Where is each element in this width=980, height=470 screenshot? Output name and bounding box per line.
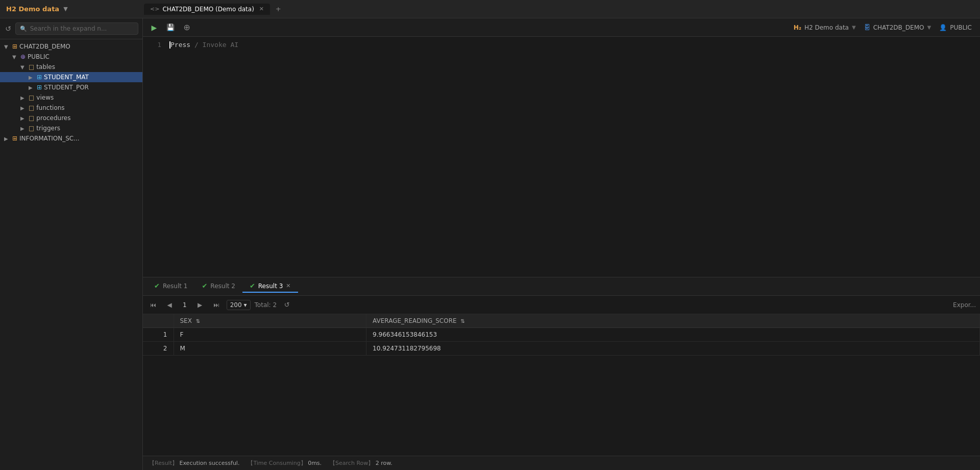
top-toolbar-row: ▶ 💾 ⊕ H₂ H2 Demo data ▼ 🗄 CHAT2DB_DEMO xyxy=(143,18,980,37)
tree-label-student-por: STUDENT_POR xyxy=(44,84,89,91)
tab-bar: <> CHAT2DB_DEMO (Demo data) ✕ + xyxy=(144,3,974,15)
column-header-avg-reading[interactable]: AVERAGE_READING_SCORE ⇅ xyxy=(366,314,980,328)
tab-result-1[interactable]: ✔ Result 1 xyxy=(147,280,194,293)
cell-rownum-2: 2 xyxy=(143,342,174,356)
sidebar-refresh-button[interactable]: ↺ xyxy=(4,24,12,34)
result-2-label: Result 2 xyxy=(210,283,235,290)
tree-label-student-mat: STUDENT_MAT xyxy=(44,74,89,81)
schema-selector[interactable]: 👤 PUBLIC xyxy=(939,24,972,31)
connection-name: H2 Demo data xyxy=(804,24,849,31)
result-tab-close-button[interactable]: ✕ xyxy=(286,283,290,289)
search-value: 2 row. xyxy=(376,460,393,466)
status-bar: 【Result】 Execution successful. 【Time Con… xyxy=(143,456,980,470)
folder-icon: □ xyxy=(29,114,34,122)
database-name: CHAT2DB_DEMO xyxy=(873,24,924,31)
tree-item-tables[interactable]: ▼ □ tables xyxy=(0,62,142,72)
editor-content-1: Press / Invoke AI xyxy=(169,41,238,49)
h2-label: H₂ xyxy=(794,24,801,31)
tree-item-procedures[interactable]: ▶ □ procedures xyxy=(0,113,142,123)
format-button[interactable]: ⊕ xyxy=(180,20,194,35)
check-icon: ✔ xyxy=(250,282,255,290)
chevron-icon: ▼ xyxy=(20,64,27,70)
format-icon: ⊕ xyxy=(183,22,190,32)
tree-item-triggers[interactable]: ▶ □ triggers xyxy=(0,123,142,133)
editor-area[interactable]: 1 Press / Invoke AI xyxy=(143,37,980,277)
search-icon: 🔍 xyxy=(20,26,27,32)
tree-item-student-por[interactable]: ▶ ⊞ STUDENT_POR xyxy=(0,82,142,92)
tree-item-public[interactable]: ▼ ⊕ PUBLIC xyxy=(0,52,142,62)
run-icon: ▶ xyxy=(152,24,157,32)
content-area: ▶ 💾 ⊕ H₂ H2 Demo data ▼ 🗄 CHAT2DB_DEMO xyxy=(143,18,980,470)
sidebar-search-box[interactable]: 🔍 Search in the expand n... xyxy=(15,22,138,35)
db-icon: 🗄 xyxy=(864,24,870,31)
search-label: 【Search Row】 xyxy=(330,460,374,466)
tab-result-3[interactable]: ✔ Result 3 ✕ xyxy=(242,280,298,293)
next-page-button[interactable]: ▶ xyxy=(194,299,206,311)
tree-label-information-schema: INFORMATION_SC... xyxy=(19,135,80,142)
results-panel: ✔ Result 1 ✔ Result 2 ✔ Result 3 ✕ ⏮ ◀ 1 xyxy=(143,277,980,456)
export-button[interactable]: Expor... xyxy=(953,301,976,309)
schema-icon: ⊕ xyxy=(20,53,26,60)
page-size-value: 200 xyxy=(230,301,242,309)
tree-item-chat2db-demo[interactable]: ▼ ⊞ CHAT2DB_DEMO xyxy=(0,41,142,52)
prev-page-button[interactable]: ◀ xyxy=(163,299,176,311)
column-header-sex[interactable]: SEX ⇅ xyxy=(174,314,366,328)
table-header-row: SEX ⇅ AVERAGE_READING_SCORE ⇅ xyxy=(143,314,980,328)
title-bar: H2 Demo data ▼ <> CHAT2DB_DEMO (Demo dat… xyxy=(0,0,980,18)
tree-item-views[interactable]: ▶ □ views xyxy=(0,92,142,103)
result-value: Execution successful. xyxy=(180,460,240,466)
save-button[interactable]: 💾 xyxy=(163,20,178,35)
tab-result-2[interactable]: ✔ Result 2 xyxy=(194,280,242,293)
h2-icon: H2 Demo data xyxy=(6,5,59,13)
title-chevron[interactable]: ▼ xyxy=(63,6,67,12)
table-row[interactable]: 1 F 9.966346153846153 xyxy=(143,328,980,342)
db-icon: ⊞ xyxy=(12,43,17,50)
status-result: 【Result】 Execution successful. xyxy=(149,459,239,467)
chevron-icon: ▶ xyxy=(20,115,27,121)
tab-title: CHAT2DB_DEMO (Demo data) xyxy=(162,6,254,13)
cell-avg-reading-2: 10.924731182795698 xyxy=(366,342,980,356)
connection-selector[interactable]: H₂ H2 Demo data ▼ xyxy=(794,24,856,31)
check-icon: ✔ xyxy=(202,282,207,290)
prompt-text: Press xyxy=(170,41,190,49)
folder-icon: □ xyxy=(29,63,34,70)
table-row[interactable]: 2 M 10.924731182795698 xyxy=(143,342,980,356)
save-icon: 💾 xyxy=(166,24,175,31)
chevron-icon: ▶ xyxy=(20,105,27,111)
tab-chat2db-demo[interactable]: <> CHAT2DB_DEMO (Demo data) ✕ xyxy=(144,4,270,15)
sort-icon: ⇅ xyxy=(460,318,464,324)
tree-label-chat2db-demo: CHAT2DB_DEMO xyxy=(19,43,70,50)
tree-label-triggers: triggers xyxy=(36,125,60,132)
first-page-button[interactable]: ⏮ xyxy=(147,299,159,311)
data-table-wrapper: SEX ⇅ AVERAGE_READING_SCORE ⇅ 1 xyxy=(143,314,980,456)
chevron-icon: ▶ xyxy=(4,136,10,142)
page-size-arrow: ▾ xyxy=(244,301,247,309)
tree-label-procedures: procedures xyxy=(36,114,70,122)
results-refresh-button[interactable]: ↺ xyxy=(281,299,293,311)
tab-code-icon: <> xyxy=(150,6,159,12)
cell-sex-2: M xyxy=(174,342,366,356)
cell-avg-reading-1: 9.966346153846153 xyxy=(366,328,980,342)
connection-arrow: ▼ xyxy=(852,25,856,30)
table-icon: ⊞ xyxy=(37,84,42,91)
database-selector[interactable]: 🗄 CHAT2DB_DEMO ▼ xyxy=(864,24,931,31)
editor-line-1: 1 Press / Invoke AI xyxy=(151,41,972,49)
last-page-button[interactable]: ⏭ xyxy=(210,299,223,311)
time-label: 【Time Consuming】 xyxy=(248,460,306,466)
folder-icon: □ xyxy=(29,125,34,132)
run-button[interactable]: ▶ xyxy=(147,20,161,35)
line-number-1: 1 xyxy=(151,41,161,49)
tree-item-information-schema[interactable]: ▶ ⊞ INFORMATION_SC... xyxy=(0,133,142,144)
ai-hint-text: / Invoke AI xyxy=(194,41,238,49)
new-tab-button[interactable]: + xyxy=(272,3,284,15)
tree-item-student-mat[interactable]: ▶ ⊞ STUDENT_MAT xyxy=(0,72,142,82)
schema-name: PUBLIC xyxy=(950,24,972,31)
tree-item-functions[interactable]: ▶ □ functions xyxy=(0,103,142,113)
tree-label-public: PUBLIC xyxy=(28,53,50,60)
sidebar: ↺ 🔍 Search in the expand n... ▼ ⊞ CHAT2D… xyxy=(0,18,143,470)
page-size-selector[interactable]: 200 ▾ xyxy=(227,300,251,310)
sidebar-header: ↺ 🔍 Search in the expand n... xyxy=(0,18,142,39)
result-label: 【Result】 xyxy=(149,460,178,466)
tab-close-button[interactable]: ✕ xyxy=(259,6,264,12)
status-time: 【Time Consuming】 0ms. xyxy=(248,459,322,467)
